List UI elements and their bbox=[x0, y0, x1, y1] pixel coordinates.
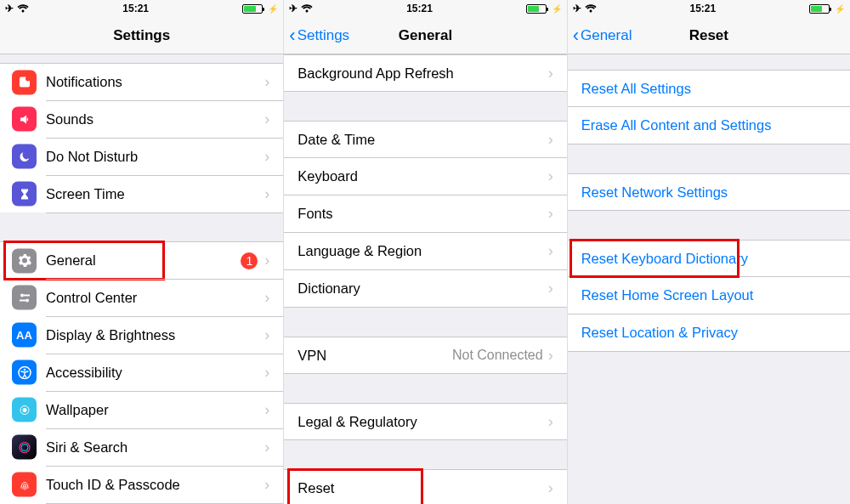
row-fonts[interactable]: Fonts› bbox=[284, 195, 566, 233]
row-label: Erase All Content and Settings bbox=[581, 117, 836, 133]
hourglass-icon bbox=[12, 182, 37, 207]
chevron-right-icon: › bbox=[548, 205, 553, 223]
row-label: Keyboard bbox=[298, 168, 547, 184]
row-sounds[interactable]: Sounds › bbox=[0, 100, 283, 138]
chevron-right-icon: › bbox=[264, 110, 269, 128]
svg-point-11 bbox=[21, 444, 28, 450]
chevron-right-icon: › bbox=[264, 476, 269, 494]
nav-bar: Settings bbox=[0, 17, 283, 54]
chevron-left-icon: ‹ bbox=[289, 26, 295, 45]
row-wallpaper[interactable]: Wallpaper › bbox=[0, 391, 283, 428]
svg-rect-3 bbox=[24, 294, 30, 296]
row-reset-keyboard[interactable]: Reset Keyboard Dictionary bbox=[568, 240, 850, 277]
status-time: 15:21 bbox=[689, 3, 716, 14]
row-label: Background App Refresh bbox=[298, 65, 547, 82]
gear-icon bbox=[12, 248, 37, 273]
row-siri[interactable]: Siri & Search › bbox=[0, 428, 283, 466]
row-legal[interactable]: Legal & Regulatory› bbox=[284, 403, 566, 440]
battery-icon bbox=[526, 4, 547, 14]
wifi-icon bbox=[17, 4, 29, 13]
status-bar: ✈ 15:21 ⚡ bbox=[568, 0, 850, 17]
row-reset[interactable]: Reset › bbox=[284, 469, 566, 504]
row-reset-network[interactable]: Reset Network Settings bbox=[568, 173, 850, 211]
sounds-icon bbox=[12, 107, 37, 132]
battery-icon bbox=[809, 4, 830, 14]
airplane-icon: ✈ bbox=[573, 3, 581, 14]
row-label: Display & Brightness bbox=[46, 327, 264, 343]
back-label: Settings bbox=[298, 27, 349, 44]
fingerprint-icon bbox=[12, 473, 37, 497]
row-accessibility[interactable]: Accessibility › bbox=[0, 354, 283, 391]
row-screentime[interactable]: Screen Time › bbox=[0, 175, 283, 212]
svg-point-2 bbox=[20, 293, 24, 297]
airplane-icon: ✈ bbox=[5, 3, 14, 14]
row-label: General bbox=[46, 252, 241, 269]
nav-bar: ‹ General Reset bbox=[568, 17, 850, 54]
row-reset-all[interactable]: Reset All Settings bbox=[568, 70, 850, 107]
chevron-right-icon: › bbox=[264, 401, 269, 419]
row-label: Wallpaper bbox=[46, 402, 264, 418]
chevron-right-icon: › bbox=[548, 479, 553, 497]
chevron-right-icon: › bbox=[548, 347, 553, 365]
row-reset-location[interactable]: Reset Location & Privacy bbox=[568, 314, 850, 352]
chevron-right-icon: › bbox=[548, 413, 553, 431]
row-language[interactable]: Language & Region› bbox=[284, 233, 566, 270]
row-dnd[interactable]: Do Not Disturb › bbox=[0, 138, 283, 175]
notifications-icon bbox=[12, 70, 37, 94]
svg-point-9 bbox=[22, 408, 26, 412]
accessibility-icon bbox=[12, 360, 37, 385]
row-label: Fonts bbox=[298, 206, 547, 222]
row-erase-all[interactable]: Erase All Content and Settings bbox=[568, 107, 850, 144]
row-label: Control Center bbox=[46, 290, 264, 306]
chevron-right-icon: › bbox=[548, 65, 553, 82]
status-time: 15:21 bbox=[406, 3, 433, 14]
row-label: Reset Keyboard Dictionary bbox=[581, 251, 836, 267]
row-display[interactable]: AA Display & Brightness › bbox=[0, 316, 283, 354]
charging-icon: ⚡ bbox=[552, 4, 562, 14]
row-label: Reset Network Settings bbox=[581, 184, 836, 201]
row-label: Touch ID & Passcode bbox=[46, 477, 264, 493]
row-label: Reset Home Screen Layout bbox=[581, 287, 836, 303]
row-label: Language & Region bbox=[298, 243, 547, 259]
row-label: Do Not Disturb bbox=[46, 149, 264, 165]
chevron-right-icon: › bbox=[264, 289, 269, 307]
row-reset-home[interactable]: Reset Home Screen Layout bbox=[568, 277, 850, 314]
row-label: Screen Time bbox=[46, 186, 264, 202]
svg-point-4 bbox=[26, 298, 29, 302]
row-label: Accessibility bbox=[46, 365, 264, 381]
status-bar: ✈ 15:21 ⚡ bbox=[284, 0, 566, 17]
switches-icon bbox=[12, 286, 37, 310]
charging-icon: ⚡ bbox=[268, 4, 278, 14]
back-button[interactable]: ‹ Settings bbox=[289, 17, 349, 54]
wallpaper-icon bbox=[12, 398, 37, 422]
svg-point-1 bbox=[26, 76, 31, 82]
row-general[interactable]: General 1 › bbox=[0, 241, 283, 279]
row-label: Reset Location & Privacy bbox=[581, 325, 836, 341]
row-notifications[interactable]: Notifications › bbox=[0, 63, 283, 100]
nav-bar: ‹ Settings General bbox=[284, 17, 566, 54]
row-keyboard[interactable]: Keyboard› bbox=[284, 158, 566, 195]
moon-icon bbox=[12, 144, 37, 169]
page-title: Reset bbox=[689, 27, 728, 44]
row-controlcenter[interactable]: Control Center › bbox=[0, 279, 283, 316]
chevron-right-icon: › bbox=[264, 148, 269, 166]
page-title: General bbox=[399, 27, 452, 44]
back-button[interactable]: ‹ General bbox=[573, 17, 632, 54]
row-label: Notifications bbox=[46, 74, 264, 90]
row-datetime[interactable]: Date & Time› bbox=[284, 121, 566, 158]
badge: 1 bbox=[241, 252, 258, 269]
chevron-right-icon: › bbox=[548, 131, 553, 149]
row-vpn[interactable]: VPN Not Connected › bbox=[284, 337, 566, 374]
row-bg-refresh[interactable]: Background App Refresh › bbox=[284, 54, 566, 92]
row-touchid[interactable]: Touch ID & Passcode › bbox=[0, 466, 283, 503]
chevron-right-icon: › bbox=[264, 326, 269, 344]
airplane-icon: ✈ bbox=[289, 3, 298, 14]
svg-rect-5 bbox=[20, 299, 26, 301]
row-dictionary[interactable]: Dictionary› bbox=[284, 270, 566, 308]
wifi-icon bbox=[585, 4, 597, 13]
screen-general: ✈ 15:21 ⚡ ‹ Settings General Background … bbox=[283, 0, 566, 504]
status-time: 15:21 bbox=[122, 3, 149, 14]
row-label: Siri & Search bbox=[46, 439, 264, 456]
screen-settings: ✈ 15:21 ⚡ Settings Notifications › bbox=[0, 0, 283, 504]
chevron-right-icon: › bbox=[264, 252, 269, 269]
